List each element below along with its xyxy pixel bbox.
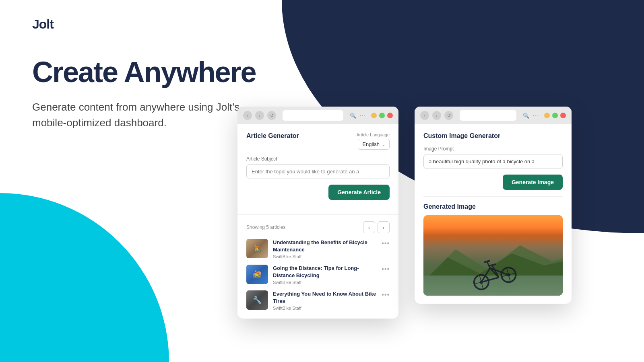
next-page-icon: › <box>383 224 384 230</box>
image-browser-reload-button[interactable]: ↺ <box>444 111 453 120</box>
prev-page-button[interactable]: ‹ <box>363 221 375 233</box>
article-generator-body: Article Generator Article Language Engli… <box>237 124 398 208</box>
reload-icon: ↺ <box>270 113 274 118</box>
svg-line-15 <box>489 264 495 266</box>
language-select[interactable]: English ⌄ <box>358 139 390 150</box>
image-generator-window: ‹ › ↺ 🔍 ⋯ Custom Image Gener <box>415 107 572 304</box>
article-item: 🚵 Going the Distance: Tips for Long-Dist… <box>246 265 390 285</box>
article-item-title: Going the Distance: Tips for Long-Distan… <box>273 265 377 279</box>
article-author: SwiftBike Staff <box>273 306 377 311</box>
browser-forward-button[interactable]: › <box>255 111 264 120</box>
article-info: Everything You Need to Know About Bike T… <box>273 290 377 311</box>
article-info: Going the Distance: Tips for Long-Distan… <box>273 265 377 285</box>
image-browser-toolbar: ‹ › ↺ 🔍 ⋯ <box>415 107 572 124</box>
article-subject-group: Article Subject <box>246 156 390 179</box>
chevron-down-icon: ⌄ <box>382 142 385 146</box>
language-section: Article Language English ⌄ <box>356 132 390 150</box>
article-author: SwiftBike Staff <box>273 254 377 259</box>
image-close-icon[interactable] <box>560 113 566 118</box>
image-divider <box>423 196 563 197</box>
article-item-title: Everything You Need to Know About Bike T… <box>273 290 377 304</box>
subject-label: Article Subject <box>246 156 390 162</box>
language-label: Article Language <box>356 132 390 137</box>
article-thumbnail: 🚴 <box>246 239 268 258</box>
bg-arc-cyan <box>0 193 169 362</box>
hero-headline: Create Anywhere <box>32 56 256 88</box>
article-item: 🚴 Understanding the Benefits of Bicycle … <box>246 239 390 259</box>
hero-section: Create Anywhere Generate content from an… <box>32 56 256 131</box>
article-item: 🔧 Everything You Need to Know About Bike… <box>246 290 390 311</box>
forward-icon: › <box>436 113 438 118</box>
generate-article-button[interactable]: Generate Article <box>328 185 390 200</box>
browser-url-bar[interactable] <box>283 110 343 121</box>
pagination-controls: ‹ › <box>363 221 390 233</box>
image-fullscreen-icon[interactable] <box>552 113 558 118</box>
browser-back-button[interactable]: ‹ <box>243 111 252 120</box>
image-browser-forward-button[interactable]: › <box>432 111 441 120</box>
generated-image-label: Generated Image <box>423 203 563 210</box>
article-generator-window: ‹ › ↺ 🔍 ⋯ Article <box>237 107 398 319</box>
hero-subtext: Generate content from anywhere using Jol… <box>32 99 242 131</box>
article-author: SwiftBike Staff <box>273 280 377 285</box>
image-generator-title: Custom Image Generator <box>423 132 563 140</box>
article-options-button[interactable]: ••• <box>382 265 390 273</box>
browser-reload-button[interactable]: ↺ <box>267 111 276 120</box>
articles-pagination: Showing 5 articles ‹ › <box>237 221 398 233</box>
forward-icon: › <box>259 113 260 118</box>
page-wrapper: Jolt Create Anywhere Generate content fr… <box>0 0 644 362</box>
traffic-lights <box>371 113 393 118</box>
article-browser-frame: ‹ › ↺ 🔍 ⋯ Article <box>237 107 398 319</box>
image-browser-url-bar[interactable] <box>460 110 516 121</box>
image-browser-search-icon: 🔍 <box>523 113 529 119</box>
back-icon: ‹ <box>247 113 248 118</box>
fullscreen-icon[interactable] <box>379 113 385 118</box>
image-browser-frame: ‹ › ↺ 🔍 ⋯ Custom Image Gener <box>415 107 572 304</box>
prev-page-icon: ‹ <box>368 224 370 230</box>
article-subject-input[interactable] <box>246 164 390 179</box>
articles-showing-label: Showing 5 articles <box>246 224 285 230</box>
browser-search-icon: 🔍 <box>350 113 356 119</box>
article-options-button[interactable]: ••• <box>382 291 390 298</box>
close-icon[interactable] <box>387 113 393 118</box>
article-browser-toolbar: ‹ › ↺ 🔍 ⋯ <box>237 107 398 124</box>
generated-image-display <box>423 215 563 296</box>
language-value: English <box>362 141 380 147</box>
article-thumbnail: 🔧 <box>246 290 268 310</box>
svg-line-17 <box>485 261 489 262</box>
back-icon: ‹ <box>424 113 425 118</box>
image-browser-back-button[interactable]: ‹ <box>420 111 429 120</box>
logo: Jolt <box>32 17 54 32</box>
article-info: Understanding the Benefits of Bicycle Ma… <box>273 239 377 259</box>
logo-text: Jolt <box>32 17 54 31</box>
minimize-icon[interactable] <box>371 113 377 118</box>
article-options-button[interactable]: ••• <box>382 240 390 247</box>
image-traffic-lights <box>544 113 566 118</box>
browser-menu-icon[interactable]: ⋯ <box>359 112 366 119</box>
article-item-title: Understanding the Benefits of Bicycle Ma… <box>273 239 377 253</box>
image-minimize-icon[interactable] <box>544 113 550 118</box>
image-browser-menu-icon[interactable]: ⋯ <box>533 112 539 119</box>
article-generator-title: Article Generator <box>246 132 299 140</box>
generate-image-button[interactable]: Generate Image <box>503 175 563 190</box>
article-thumbnail: 🚵 <box>246 265 268 284</box>
image-prompt-input[interactable] <box>423 154 563 169</box>
article-list: 🚴 Understanding the Benefits of Bicycle … <box>237 239 398 319</box>
prompt-label: Image Prompt <box>423 146 563 152</box>
article-divider <box>237 214 398 215</box>
article-generator-header: Article Generator Article Language Engli… <box>246 132 390 150</box>
image-generator-body: Custom Image Generator Image Prompt Gene… <box>415 124 572 304</box>
next-page-button[interactable]: › <box>378 221 390 233</box>
reload-icon: ↺ <box>447 113 451 118</box>
